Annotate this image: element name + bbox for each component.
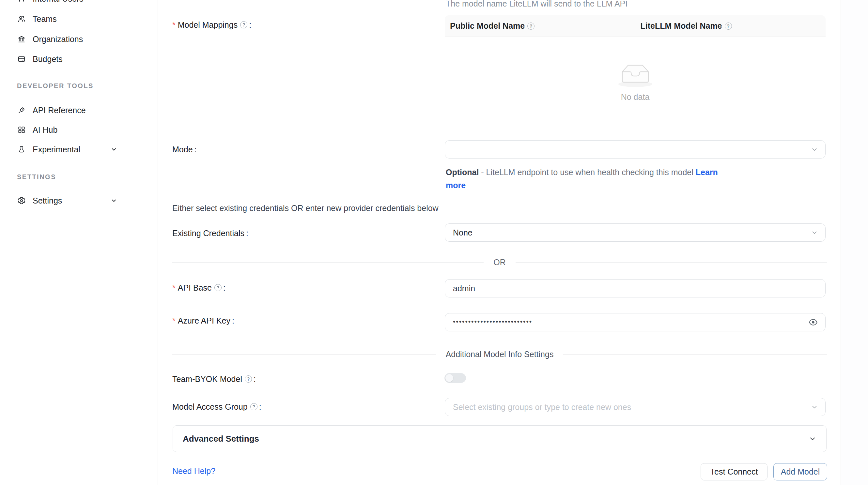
advanced-settings-panel[interactable]: Advanced Settings: [173, 425, 827, 452]
required-mark: *: [172, 20, 176, 30]
chevron-down-icon: [811, 229, 818, 236]
no-data-text: No data: [621, 92, 650, 102]
credentials-note: Either select existing credentials OR en…: [172, 203, 439, 213]
help-icon[interactable]: ?: [245, 376, 252, 383]
toggle-knob: [445, 374, 453, 382]
chevron-down-icon: [811, 403, 818, 411]
chevron-down-icon: [811, 146, 818, 153]
help-icon[interactable]: ?: [250, 403, 257, 410]
add-model-form: The model name LiteLLM will send to the …: [0, 0, 868, 485]
column-header-public-model-name: Public Model Name ?: [445, 15, 636, 36]
masked-password: ••••••••••••••••••••••••••: [453, 318, 532, 325]
api-base-label: * API Base ? :: [172, 283, 225, 293]
right-gutter: [841, 0, 868, 485]
model-access-group-label: Model Access Group ? :: [172, 402, 261, 412]
model-access-group-select[interactable]: Select existing groups or type to create…: [445, 398, 826, 416]
api-base-input[interactable]: [453, 284, 817, 293]
help-icon[interactable]: ?: [240, 21, 247, 28]
selected-value: None: [453, 228, 472, 237]
azure-api-key-field[interactable]: ••••••••••••••••••••••••••: [445, 313, 826, 331]
advanced-settings-title: Advanced Settings: [183, 434, 259, 444]
eye-icon[interactable]: [808, 317, 818, 327]
empty-inbox-icon: [615, 61, 656, 88]
help-icon[interactable]: ?: [214, 284, 222, 291]
mode-select[interactable]: [445, 140, 826, 159]
api-base-field: [445, 279, 826, 297]
model-mappings-table: Public Model Name ? LiteLLM Model Name ?: [445, 15, 826, 126]
azure-api-key-label: * Azure API Key :: [172, 316, 234, 325]
header-column-divider: [635, 21, 636, 32]
help-icon[interactable]: ?: [725, 23, 732, 30]
team-byok-toggle[interactable]: [444, 373, 466, 383]
mode-helper-text: Optional - LiteLLM endpoint to use when …: [446, 166, 831, 192]
or-divider: OR: [172, 258, 827, 267]
column-header-litellm-model-name: LiteLLM Model Name ?: [636, 15, 826, 36]
chevron-down-icon: [809, 435, 816, 443]
team-byok-label: Team-BYOK Model ? :: [172, 374, 256, 384]
table-empty-state: No data: [445, 37, 826, 126]
add-model-button[interactable]: Add Model: [773, 463, 827, 480]
litellm-model-hint: The model name LiteLLM will send to the …: [446, 0, 627, 8]
add-model-page: Internal Users Teams Organizations Budge…: [0, 0, 868, 485]
help-icon[interactable]: ?: [527, 23, 534, 30]
need-help-link[interactable]: Need Help?: [172, 466, 215, 476]
select-placeholder: Select existing groups or type to create…: [453, 402, 631, 412]
required-mark: *: [172, 283, 176, 293]
mode-label: Mode :: [172, 144, 197, 154]
existing-credentials-label: Existing Credentials :: [172, 228, 248, 238]
existing-credentials-select[interactable]: None: [445, 223, 826, 242]
test-connect-button[interactable]: Test Connect: [701, 463, 768, 480]
additional-model-info-divider: Additional Model Info Settings: [172, 350, 827, 359]
model-mappings-label: * Model Mappings ? :: [172, 20, 251, 30]
required-mark: *: [172, 316, 176, 325]
